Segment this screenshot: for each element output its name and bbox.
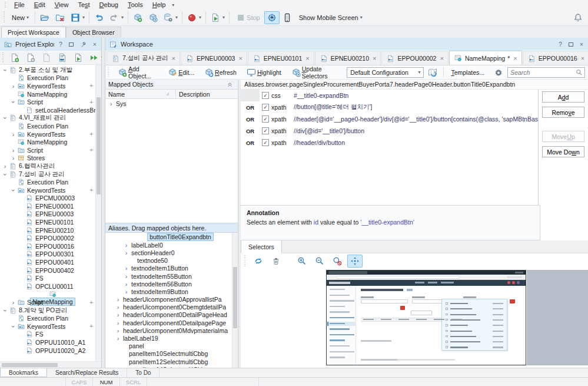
remove-button[interactable]: Remove [542,107,584,118]
tree-item[interactable]: EPNEU00210 [0,226,95,235]
search-input[interactable] [508,69,574,76]
panel-tab-project-workspace[interactable]: Project Workspace [1,27,66,38]
redo-button[interactable]: ▾ [107,11,126,24]
stop-button[interactable]: Stop [231,11,264,24]
menu-help[interactable]: Help [148,1,170,8]
dropdown-caret-icon[interactable]: ▾ [360,15,363,20]
float-button[interactable] [67,40,75,48]
dropdown-caret-icon[interactable]: ▾ [26,15,29,20]
fit-to-window-button[interactable] [347,255,363,268]
dropdown-caret-icon[interactable]: ▾ [121,15,124,20]
alias-item[interactable]: panelItem12SelectmultiCbbg [105,358,232,365]
expander-open-icon[interactable]: › [11,323,16,329]
expander-open-icon[interactable]: › [11,187,16,193]
expander-closed-icon[interactable]: › [10,83,16,89]
tree-item[interactable]: OPPUU10010_A1 [0,338,95,347]
refresh-image-button[interactable] [251,255,266,268]
alias-item[interactable]: buttonTitle0Expandbtn [105,233,232,241]
open-folder-button[interactable] [37,11,52,24]
alias-item[interactable]: ›textnodeItem9Button [105,288,232,295]
zoom-out-button[interactable] [312,255,327,268]
close-tab-button[interactable]: × [513,55,517,62]
selector-row[interactable]: OR✓xpath//header[@id='__page0-header']/d… [241,113,538,125]
expander-closed-icon[interactable]: › [115,304,121,310]
tree-item[interactable]: NameMapping [0,138,95,146]
tree-item[interactable]: ›6.협력사관리 [0,162,95,170]
expander-closed-icon[interactable]: › [123,273,129,279]
expander-open-icon[interactable]: › [2,67,8,73]
expander-closed-icon[interactable]: › [123,242,129,248]
tree-item[interactable]: EPPOU00301 [0,250,95,259]
selector-value[interactable]: //button[@title='헤더 펼치기'] [294,103,538,111]
bottom-tab-search-replace-results[interactable]: Search/Replace Results [47,368,127,377]
tree-item[interactable]: EPNEU00003 [0,210,95,219]
add-child-button[interactable]: + [89,187,93,193]
tree-item[interactable]: EPNEU00001 [0,202,95,210]
selector-checkbox[interactable]: ✓ [262,139,269,146]
vertical-scrollbar[interactable] [232,233,238,368]
code-editor-button[interactable] [55,51,70,64]
record-button[interactable]: ▾ [184,11,204,24]
menu-edit[interactable]: Edit [30,1,49,8]
tree-item[interactable]: OPCLU00011 [0,282,95,291]
doc-tab-epneu00003[interactable]: EPNEU00003× [181,51,247,65]
close-tab-button[interactable]: × [172,55,175,62]
tree-item[interactable]: Execution Plan [0,314,95,322]
float-button[interactable] [567,40,575,48]
menu-view[interactable]: View [51,1,73,8]
horizontal-scrollbar[interactable] [0,361,101,368]
tree-item[interactable]: EPCMU00003 [0,194,95,203]
expander-closed-icon[interactable]: › [10,147,16,153]
vertical-scrollbar[interactable] [95,65,101,361]
expander-closed-icon[interactable]: › [123,265,129,271]
tree-item[interactable]: ›KeywordTests+ [0,130,95,138]
expander-closed-icon[interactable]: › [115,335,121,341]
add-item-button[interactable] [23,51,38,64]
tree-item[interactable]: Execution Plan [0,178,95,186]
alias-item[interactable]: ›headerUicomponent0CbemgtdetailPa [105,303,232,311]
help-button[interactable]: ? [57,40,65,48]
alias-item[interactable]: textnode50 [105,257,232,265]
selector-value[interactable]: #__title0-expandBtn [294,92,538,99]
selector-value[interactable]: //div[@id='__title0']/button [294,127,538,134]
close-folder-button[interactable] [52,11,68,24]
expander-closed-icon[interactable]: › [115,328,121,334]
templates-button[interactable]: Templates... [447,67,489,78]
configuration-select[interactable]: Default Configuration▾ [347,67,424,78]
menu-test[interactable]: Test [74,1,94,8]
expander-closed-icon[interactable]: › [10,131,16,137]
panel-tab-object-browser[interactable]: Object Browser [66,27,121,38]
close-tab-button[interactable]: × [373,55,376,62]
expander-closed-icon[interactable]: › [115,312,121,318]
expander-closed-icon[interactable]: › [123,250,129,256]
add-project-button[interactable] [7,51,22,64]
selector-checkbox[interactable]: ✓ [262,116,269,123]
tree-item[interactable]: Execution Plan [0,74,95,83]
move-down-button[interactable]: Move Down [542,146,584,157]
alias-item[interactable]: ›headerUicomponent0DetailpagePage [105,319,232,326]
add-connected-button[interactable] [145,11,161,24]
dropdown-caret-icon[interactable]: ▾ [199,15,201,20]
bottom-tab-bookmarks[interactable]: Bookmarks [0,368,47,377]
run-test-button[interactable] [71,51,86,64]
selector-value[interactable]: //header[@id='__page0-header']/div[@id='… [294,116,538,123]
tree-item[interactable]: Execution Plan [0,122,95,130]
close-panel-button[interactable]: × [577,40,586,48]
tree-item[interactable]: FS [0,331,95,339]
expander-open-icon[interactable]: › [2,307,8,314]
tree-item[interactable]: NameMapping [0,90,95,98]
selector-checkbox[interactable]: ✓ [262,127,269,134]
tab-selectors[interactable]: Selectors [241,240,282,253]
doc-tab-7-[interactable]: 7.설비 공사 관리× [107,51,180,65]
alias-item[interactable]: ›textnodeItem55Button [105,272,232,280]
doc-tab-epneu00101[interactable]: EPNEU00101× [248,51,314,65]
add-child-button[interactable]: + [89,83,93,89]
expander-open-icon[interactable]: › [2,171,8,177]
alias-item[interactable]: ›sectionHeader0 [105,249,232,256]
tree-item[interactable]: EPPOU00016 [0,242,95,250]
new-button[interactable]: New▾ [8,11,33,24]
tree-item[interactable]: OPPUU10020_A2 [0,347,95,355]
add-child-button[interactable]: + [89,299,93,306]
tree-item[interactable]: EPPOU00002 [0,234,95,242]
tree-item[interactable]: ›2.부품 소싱 및 개발 [0,66,95,74]
